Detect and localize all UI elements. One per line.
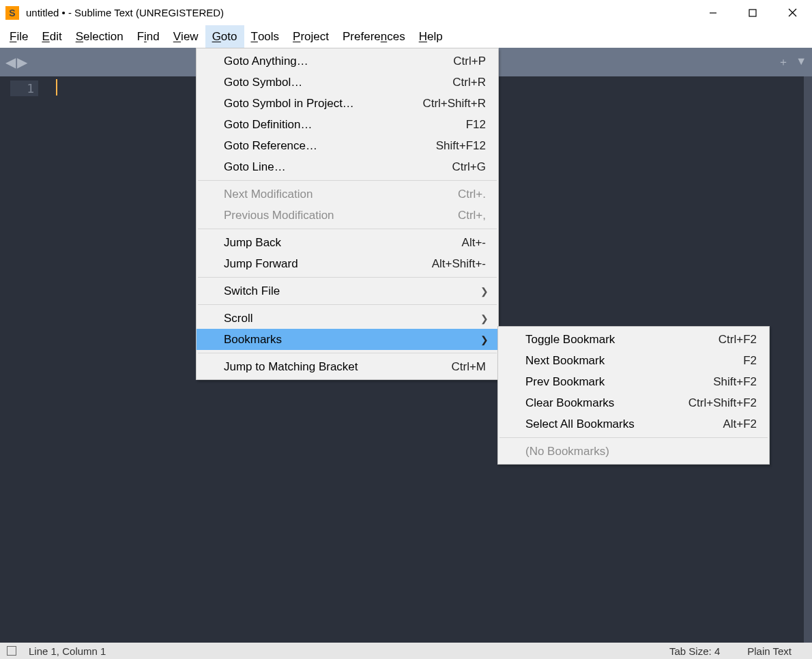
app-icon: S bbox=[5, 6, 19, 20]
menu-item-shortcut: Alt+F2 bbox=[723, 418, 757, 431]
bookmarks-item[interactable]: Clear BookmarksCtrl+Shift+F2 bbox=[498, 392, 769, 413]
menu-item-shortcut: Ctrl+Shift+R bbox=[422, 97, 486, 111]
goto-item: Next ModificationCtrl+. bbox=[197, 184, 498, 205]
window-title: untitled • - Sublime Text (UNREGISTERED) bbox=[25, 7, 693, 18]
gutter: 1 bbox=[0, 76, 53, 643]
menu-item-label: Goto Line… bbox=[224, 160, 452, 174]
menu-item-label: (No Bookmarks) bbox=[525, 445, 757, 458]
menu-item-label: Prev Bookmark bbox=[525, 375, 713, 389]
goto-item[interactable]: Switch File❯ bbox=[197, 280, 498, 302]
status-tabsize[interactable]: Tab Size: 4 bbox=[669, 645, 720, 657]
svg-rect-1 bbox=[749, 10, 756, 16]
menu-find[interactable]: Find bbox=[130, 25, 166, 48]
menu-item-label: Goto Reference… bbox=[224, 139, 436, 153]
menu-item-label: Toggle Bookmark bbox=[525, 333, 719, 347]
goto-separator bbox=[198, 353, 497, 353]
new-tab-icon[interactable]: ＋ bbox=[778, 55, 789, 70]
goto-item[interactable]: Jump to Matching BracketCtrl+M bbox=[197, 356, 498, 377]
menu-item-label: Goto Symbol… bbox=[224, 76, 452, 89]
bookmarks-item[interactable]: Toggle BookmarkCtrl+F2 bbox=[498, 329, 769, 350]
goto-item[interactable]: Scroll❯ bbox=[197, 308, 498, 329]
submenu-arrow-icon: ❯ bbox=[480, 313, 489, 324]
goto-item[interactable]: Jump ForwardAlt+Shift+- bbox=[197, 253, 498, 274]
menu-item-label: Switch File bbox=[224, 284, 486, 298]
goto-item[interactable]: Goto Line…Ctrl+G bbox=[197, 156, 498, 177]
status-bar: Line 1, Column 1 Tab Size: 4 Plain Text bbox=[0, 643, 812, 659]
menu-item-shortcut: Ctrl+Shift+F2 bbox=[688, 396, 757, 410]
menu-item-shortcut: Ctrl+F2 bbox=[719, 333, 757, 347]
status-position[interactable]: Line 1, Column 1 bbox=[29, 645, 106, 657]
minimap[interactable] bbox=[804, 76, 812, 643]
menu-item-shortcut: Ctrl+. bbox=[458, 188, 486, 201]
menu-tools[interactable]: Tools bbox=[244, 25, 287, 48]
bookmarks-item: (No Bookmarks) bbox=[498, 441, 769, 462]
menu-item-label: Select All Bookmarks bbox=[525, 418, 723, 431]
submenu-arrow-icon: ❯ bbox=[480, 334, 489, 345]
menu-item-shortcut: Ctrl+R bbox=[452, 76, 486, 89]
panel-switcher-icon[interactable] bbox=[7, 646, 16, 656]
minimize-button[interactable] bbox=[693, 0, 733, 25]
text-caret bbox=[56, 79, 57, 96]
bookmarks-item[interactable]: Next BookmarkF2 bbox=[498, 350, 769, 371]
goto-separator bbox=[198, 229, 497, 229]
bookmarks-separator bbox=[499, 437, 768, 438]
title-bar: S untitled • - Sublime Text (UNREGISTERE… bbox=[0, 0, 812, 25]
menu-item-label: Goto Definition… bbox=[224, 118, 466, 132]
menu-item-shortcut: Ctrl+M bbox=[451, 360, 486, 374]
menu-item-label: Jump to Matching Bracket bbox=[224, 360, 451, 374]
menu-item-label: Clear Bookmarks bbox=[525, 396, 688, 410]
menu-item-label: Goto Anything… bbox=[224, 55, 453, 68]
menu-item-label: Scroll bbox=[224, 312, 486, 325]
menu-help[interactable]: Help bbox=[412, 25, 450, 48]
goto-item[interactable]: Goto Anything…Ctrl+P bbox=[197, 50, 498, 72]
goto-item: Previous ModificationCtrl+, bbox=[197, 205, 498, 226]
goto-item[interactable]: Goto Reference…Shift+F12 bbox=[197, 135, 498, 156]
goto-item[interactable]: Goto Symbol…Ctrl+R bbox=[197, 72, 498, 93]
menu-bar: FileEditSelectionFindViewGotoToolsProjec… bbox=[0, 25, 812, 48]
menu-item-label: Next Bookmark bbox=[525, 354, 743, 368]
close-button[interactable] bbox=[772, 0, 812, 25]
menu-item-shortcut: Alt+- bbox=[462, 236, 486, 250]
goto-menu: Goto Anything…Ctrl+PGoto Symbol…Ctrl+RGo… bbox=[196, 48, 499, 380]
tab-history-forward-icon[interactable]: ▶ bbox=[17, 54, 27, 70]
menu-item-shortcut: Alt+Shift+- bbox=[432, 257, 486, 271]
menu-preferences[interactable]: Preferences bbox=[336, 25, 412, 48]
goto-item[interactable]: Bookmarks❯ bbox=[197, 329, 498, 350]
maximize-button[interactable] bbox=[733, 0, 772, 25]
goto-item[interactable]: Goto Definition…F12 bbox=[197, 114, 498, 135]
menu-project[interactable]: Project bbox=[286, 25, 336, 48]
menu-item-label: Jump Forward bbox=[224, 257, 432, 271]
menu-selection[interactable]: Selection bbox=[69, 25, 130, 48]
menu-item-shortcut: Ctrl+G bbox=[452, 160, 486, 174]
goto-item[interactable]: Jump BackAlt+- bbox=[197, 232, 498, 253]
menu-item-label: Previous Modification bbox=[224, 209, 458, 222]
menu-item-shortcut: F2 bbox=[743, 354, 757, 368]
goto-separator bbox=[198, 304, 497, 305]
submenu-arrow-icon: ❯ bbox=[480, 286, 489, 297]
menu-item-shortcut: Ctrl+, bbox=[458, 209, 486, 222]
window-controls bbox=[693, 0, 812, 25]
goto-separator bbox=[198, 180, 497, 181]
bookmarks-item[interactable]: Prev BookmarkShift+F2 bbox=[498, 371, 769, 392]
menu-goto[interactable]: Goto bbox=[205, 25, 244, 48]
menu-item-shortcut: F12 bbox=[466, 118, 486, 132]
menu-view[interactable]: View bbox=[166, 25, 205, 48]
menu-item-shortcut: Ctrl+P bbox=[453, 55, 486, 68]
goto-separator bbox=[198, 277, 497, 278]
bookmarks-submenu: Toggle BookmarkCtrl+F2Next BookmarkF2Pre… bbox=[497, 326, 770, 465]
bookmarks-item[interactable]: Select All BookmarksAlt+F2 bbox=[498, 413, 769, 435]
goto-item[interactable]: Goto Symbol in Project…Ctrl+Shift+R bbox=[197, 93, 498, 114]
menu-item-label: Next Modification bbox=[224, 188, 458, 201]
status-syntax[interactable]: Plain Text bbox=[747, 645, 792, 657]
line-number: 1 bbox=[10, 80, 38, 96]
menu-item-label: Jump Back bbox=[224, 236, 462, 250]
tab-history-back-icon[interactable]: ◀ bbox=[5, 54, 16, 70]
menu-item-shortcut: Shift+F12 bbox=[436, 139, 486, 153]
menu-edit[interactable]: Edit bbox=[35, 25, 68, 48]
menu-item-label: Bookmarks bbox=[224, 333, 486, 347]
menu-file[interactable]: File bbox=[3, 25, 35, 48]
menu-item-label: Goto Symbol in Project… bbox=[224, 97, 422, 111]
tab-dropdown-icon[interactable]: ▼ bbox=[796, 55, 807, 70]
menu-item-shortcut: Shift+F2 bbox=[713, 375, 757, 389]
